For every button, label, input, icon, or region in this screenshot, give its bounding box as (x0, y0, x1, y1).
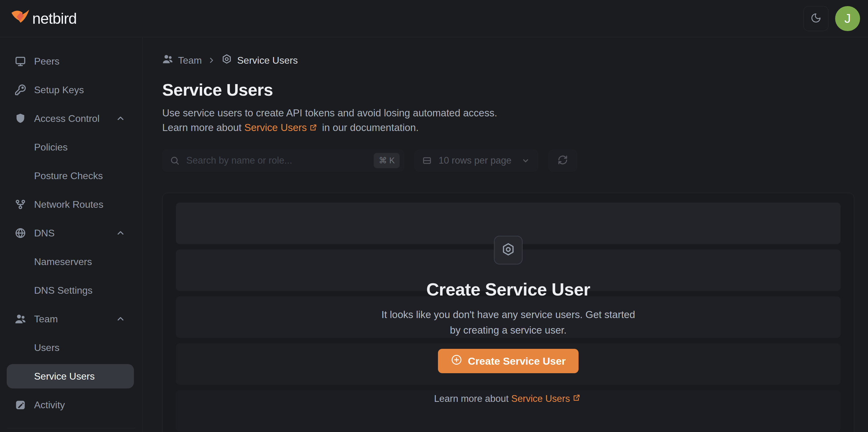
rows-per-page-label: 10 rows per page (439, 155, 512, 166)
sidebar-divider (7, 428, 135, 428)
table-toolbar: ⌘ K 10 rows per page (162, 150, 854, 172)
circle-plus-icon (451, 354, 462, 368)
breadcrumb: Team Service Users (162, 51, 854, 69)
sidebar-item-access-control[interactable]: Access Control (0, 104, 143, 133)
breadcrumb-label: Service Users (237, 55, 298, 66)
search-icon (170, 156, 180, 166)
page-description-line2: Learn more about Service Users in our do… (162, 120, 854, 136)
logo-text: netbird (32, 10, 77, 27)
sidebar-item-policies[interactable]: Policies (0, 133, 143, 162)
sidebar-item-dns-settings[interactable]: DNS Settings (0, 276, 143, 305)
rows-per-page-select[interactable]: 10 rows per page (414, 150, 538, 172)
external-link-icon (309, 121, 317, 136)
breadcrumb-service-users[interactable]: Service Users (221, 54, 298, 67)
sidebar: Peers Setup Keys Access Control Policies (0, 37, 143, 432)
shield-icon (14, 113, 26, 124)
empty-state-heading: Create Service User (426, 279, 590, 299)
empty-state-message: It looks like you don't have any service… (379, 307, 638, 338)
external-link-icon (572, 393, 581, 404)
learn-more-prefix: Learn more about (434, 393, 508, 404)
service-users-table-card: Create Service User It looks like you do… (162, 193, 854, 432)
sidebar-item-dns[interactable]: DNS (0, 219, 143, 248)
key-icon (14, 84, 26, 96)
page-title: Service Users (162, 80, 854, 99)
chevron-right-icon (207, 56, 216, 65)
users-icon (14, 313, 26, 325)
page-description-line1: Use service users to create API tokens a… (162, 106, 854, 120)
rows-icon (422, 156, 432, 166)
breadcrumb-label: Team (178, 55, 202, 66)
sidebar-item-service-users[interactable]: Service Users (7, 364, 134, 388)
moon-icon (810, 12, 822, 24)
service-user-hexagon-icon (501, 242, 516, 258)
sidebar-item-label: Network Routes (34, 199, 103, 210)
sidebar-item-label: Team (34, 314, 58, 325)
globe-icon (14, 227, 26, 239)
learn-more-footer: Learn more about Service Users (434, 393, 582, 404)
sidebar-item-label: DNS (34, 228, 55, 239)
service-users-doc-link[interactable]: Service Users (511, 393, 570, 404)
sidebar-item-network-routes[interactable]: Network Routes (0, 190, 143, 219)
sidebar-item-activity[interactable]: Activity (0, 391, 143, 419)
sidebar-item-label: Peers (34, 56, 60, 67)
sidebar-item-posture-checks[interactable]: Posture Checks (0, 162, 143, 190)
sidebar-item-label: DNS Settings (34, 285, 93, 296)
create-service-user-button-label: Create Service User (468, 355, 565, 367)
sidebar-item-team[interactable]: Team (0, 305, 143, 333)
activity-icon (14, 399, 26, 411)
sidebar-item-label: Service Users (34, 371, 95, 382)
breadcrumb-team[interactable]: Team (162, 54, 202, 67)
main-content: Team Service Users Service Users Use ser… (143, 37, 868, 432)
avatar[interactable]: J (835, 6, 860, 31)
netbird-logo[interactable]: netbird (10, 8, 77, 30)
create-service-user-button[interactable]: Create Service User (438, 349, 578, 373)
service-users-doc-link[interactable]: Service Users (244, 122, 307, 133)
search-box: ⌘ K (162, 150, 404, 172)
top-bar-actions: J (804, 6, 860, 31)
sidebar-item-setup-keys[interactable]: Setup Keys (0, 76, 143, 104)
netbird-admin-app: netbird J Peers (0, 0, 868, 432)
learn-more-prefix: Learn more about (162, 122, 242, 133)
theme-toggle-button[interactable] (804, 6, 829, 31)
chevron-up-icon (116, 228, 125, 238)
refresh-icon (558, 155, 568, 166)
chevron-up-icon (116, 314, 125, 324)
sidebar-item-label: Setup Keys (34, 84, 84, 96)
top-bar: netbird J (0, 0, 868, 37)
sidebar-item-label: Users (34, 342, 60, 353)
service-user-icon-tile (494, 236, 523, 264)
keyboard-shortcut-badge: ⌘ K (374, 153, 400, 168)
empty-state: Create Service User It looks like you do… (162, 193, 854, 432)
chevron-down-icon (521, 156, 530, 166)
sidebar-item-label: Nameservers (34, 256, 92, 267)
refresh-button[interactable] (549, 150, 577, 172)
sidebar-item-users[interactable]: Users (0, 333, 143, 362)
users-icon (162, 54, 173, 67)
learn-more-suffix: in our documentation. (322, 122, 418, 133)
sidebar-item-peers[interactable]: Peers (0, 47, 143, 76)
sidebar-item-label: Posture Checks (34, 170, 103, 181)
sidebar-item-nameservers[interactable]: Nameservers (0, 248, 143, 276)
monitor-icon (14, 55, 26, 67)
sidebar-item-label: Activity (34, 399, 65, 411)
service-user-hexagon-icon (221, 54, 232, 67)
sidebar-item-label: Access Control (34, 113, 99, 124)
chevron-up-icon (116, 114, 125, 123)
avatar-initial: J (844, 11, 851, 26)
search-input[interactable] (186, 155, 374, 166)
netbird-bird-icon (10, 8, 30, 30)
fork-icon (14, 199, 26, 210)
sidebar-item-label: Policies (34, 142, 68, 153)
page-description: Use service users to create API tokens a… (162, 106, 854, 136)
